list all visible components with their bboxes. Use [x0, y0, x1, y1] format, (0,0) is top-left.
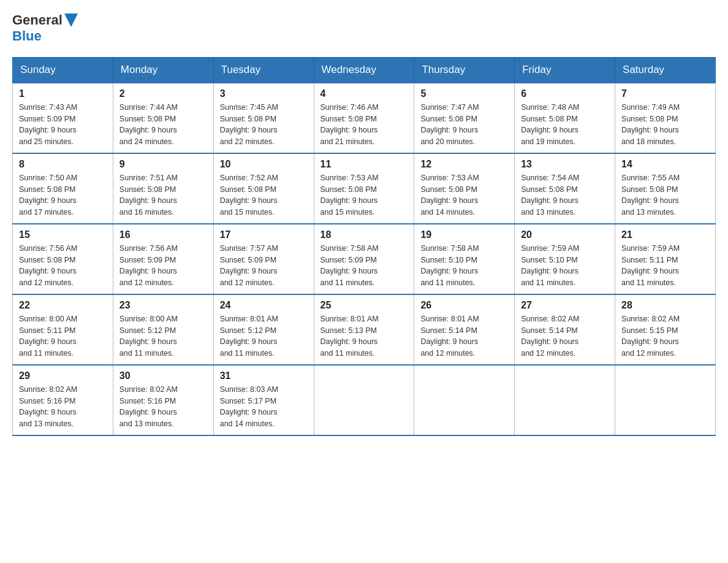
day-info: Sunrise: 8:01 AM Sunset: 5:12 PM Dayligh… [220, 313, 308, 359]
calendar-cell: 21 Sunrise: 7:59 AM Sunset: 5:11 PM Dayl… [615, 224, 716, 294]
calendar-week-row: 15 Sunrise: 7:56 AM Sunset: 5:08 PM Dayl… [13, 224, 716, 294]
calendar-header-row: SundayMondayTuesdayWednesdayThursdayFrid… [13, 57, 716, 83]
day-info: Sunrise: 7:53 AM Sunset: 5:08 PM Dayligh… [420, 172, 508, 218]
calendar-cell: 30 Sunrise: 8:02 AM Sunset: 5:16 PM Dayl… [113, 365, 213, 435]
day-info: Sunrise: 7:57 AM Sunset: 5:09 PM Dayligh… [220, 243, 308, 289]
day-info: Sunrise: 8:02 AM Sunset: 5:15 PM Dayligh… [621, 313, 709, 359]
day-number: 17 [220, 229, 308, 240]
calendar-cell: 23 Sunrise: 8:00 AM Sunset: 5:12 PM Dayl… [113, 294, 213, 365]
calendar-cell: 29 Sunrise: 8:02 AM Sunset: 5:16 PM Dayl… [13, 365, 113, 435]
day-number: 12 [420, 159, 508, 170]
calendar-header-saturday: Saturday [615, 57, 716, 83]
calendar-cell [314, 365, 414, 435]
calendar-header-tuesday: Tuesday [213, 57, 314, 83]
day-info: Sunrise: 7:49 AM Sunset: 5:08 PM Dayligh… [621, 102, 709, 148]
page-header: General Blue [12, 12, 716, 45]
calendar-cell: 15 Sunrise: 7:56 AM Sunset: 5:08 PM Dayl… [13, 224, 113, 294]
day-info: Sunrise: 8:03 AM Sunset: 5:17 PM Dayligh… [220, 384, 308, 430]
calendar-cell: 25 Sunrise: 8:01 AM Sunset: 5:13 PM Dayl… [314, 294, 414, 365]
day-info: Sunrise: 7:47 AM Sunset: 5:08 PM Dayligh… [420, 102, 508, 148]
day-info: Sunrise: 7:50 AM Sunset: 5:08 PM Dayligh… [19, 172, 107, 218]
day-number: 1 [19, 88, 107, 99]
calendar-cell: 5 Sunrise: 7:47 AM Sunset: 5:08 PM Dayli… [414, 83, 515, 153]
day-info: Sunrise: 8:01 AM Sunset: 5:14 PM Dayligh… [420, 313, 508, 359]
calendar-cell: 4 Sunrise: 7:46 AM Sunset: 5:08 PM Dayli… [314, 83, 414, 153]
calendar-cell: 28 Sunrise: 8:02 AM Sunset: 5:15 PM Dayl… [615, 294, 716, 365]
day-info: Sunrise: 8:00 AM Sunset: 5:12 PM Dayligh… [119, 313, 207, 359]
day-number: 15 [19, 229, 107, 240]
day-info: Sunrise: 7:51 AM Sunset: 5:08 PM Dayligh… [119, 172, 207, 218]
calendar-cell: 8 Sunrise: 7:50 AM Sunset: 5:08 PM Dayli… [13, 153, 113, 224]
day-number: 25 [320, 300, 408, 311]
calendar-cell: 2 Sunrise: 7:44 AM Sunset: 5:08 PM Dayli… [113, 83, 213, 153]
day-number: 18 [320, 229, 408, 240]
calendar-cell: 19 Sunrise: 7:58 AM Sunset: 5:10 PM Dayl… [414, 224, 515, 294]
calendar-cell: 11 Sunrise: 7:53 AM Sunset: 5:08 PM Dayl… [314, 153, 414, 224]
calendar-cell: 24 Sunrise: 8:01 AM Sunset: 5:12 PM Dayl… [213, 294, 314, 365]
day-info: Sunrise: 7:59 AM Sunset: 5:11 PM Dayligh… [621, 243, 709, 289]
day-info: Sunrise: 7:58 AM Sunset: 5:09 PM Dayligh… [320, 243, 408, 289]
day-number: 6 [521, 88, 609, 99]
calendar-header-sunday: Sunday [13, 57, 113, 83]
calendar-cell: 12 Sunrise: 7:53 AM Sunset: 5:08 PM Dayl… [414, 153, 515, 224]
calendar-header-monday: Monday [113, 57, 213, 83]
day-number: 22 [19, 300, 107, 311]
calendar-cell: 17 Sunrise: 7:57 AM Sunset: 5:09 PM Dayl… [213, 224, 314, 294]
calendar-week-row: 8 Sunrise: 7:50 AM Sunset: 5:08 PM Dayli… [13, 153, 716, 224]
calendar-cell [414, 365, 515, 435]
calendar-cell: 18 Sunrise: 7:58 AM Sunset: 5:09 PM Dayl… [314, 224, 414, 294]
day-number: 20 [521, 229, 609, 240]
calendar-cell [615, 365, 716, 435]
calendar-header-friday: Friday [515, 57, 615, 83]
day-number: 28 [621, 300, 709, 311]
day-number: 16 [119, 229, 207, 240]
day-number: 9 [119, 159, 207, 170]
logo-text-blue: Blue [12, 28, 42, 44]
day-number: 27 [521, 300, 609, 311]
calendar-cell: 1 Sunrise: 7:43 AM Sunset: 5:09 PM Dayli… [13, 83, 113, 153]
day-number: 8 [19, 159, 107, 170]
calendar-cell: 14 Sunrise: 7:55 AM Sunset: 5:08 PM Dayl… [615, 153, 716, 224]
day-info: Sunrise: 7:45 AM Sunset: 5:08 PM Dayligh… [220, 102, 308, 148]
logo: General Blue [12, 12, 78, 45]
day-info: Sunrise: 7:46 AM Sunset: 5:08 PM Dayligh… [320, 102, 408, 148]
day-number: 19 [420, 229, 508, 240]
day-info: Sunrise: 7:56 AM Sunset: 5:09 PM Dayligh… [119, 243, 207, 289]
day-info: Sunrise: 7:44 AM Sunset: 5:08 PM Dayligh… [119, 102, 207, 148]
day-info: Sunrise: 7:56 AM Sunset: 5:08 PM Dayligh… [19, 243, 107, 289]
calendar-cell: 20 Sunrise: 7:59 AM Sunset: 5:10 PM Dayl… [515, 224, 615, 294]
day-info: Sunrise: 8:01 AM Sunset: 5:13 PM Dayligh… [320, 313, 408, 359]
day-number: 29 [19, 370, 107, 381]
day-number: 4 [320, 88, 408, 99]
day-info: Sunrise: 8:02 AM Sunset: 5:14 PM Dayligh… [521, 313, 609, 359]
day-number: 5 [420, 88, 508, 99]
day-number: 31 [220, 370, 308, 381]
calendar-cell: 26 Sunrise: 8:01 AM Sunset: 5:14 PM Dayl… [414, 294, 515, 365]
calendar-week-row: 22 Sunrise: 8:00 AM Sunset: 5:11 PM Dayl… [13, 294, 716, 365]
day-info: Sunrise: 7:55 AM Sunset: 5:08 PM Dayligh… [621, 172, 709, 218]
calendar-cell: 9 Sunrise: 7:51 AM Sunset: 5:08 PM Dayli… [113, 153, 213, 224]
calendar-cell: 13 Sunrise: 7:54 AM Sunset: 5:08 PM Dayl… [515, 153, 615, 224]
day-info: Sunrise: 8:02 AM Sunset: 5:16 PM Dayligh… [19, 384, 107, 430]
day-number: 10 [220, 159, 308, 170]
day-info: Sunrise: 7:59 AM Sunset: 5:10 PM Dayligh… [521, 243, 609, 289]
calendar-cell: 3 Sunrise: 7:45 AM Sunset: 5:08 PM Dayli… [213, 83, 314, 153]
svg-marker-0 [64, 13, 78, 27]
day-info: Sunrise: 7:58 AM Sunset: 5:10 PM Dayligh… [420, 243, 508, 289]
calendar-week-row: 29 Sunrise: 8:02 AM Sunset: 5:16 PM Dayl… [13, 365, 716, 435]
calendar-header-thursday: Thursday [414, 57, 515, 83]
calendar-cell: 7 Sunrise: 7:49 AM Sunset: 5:08 PM Dayli… [615, 83, 716, 153]
day-info: Sunrise: 7:53 AM Sunset: 5:08 PM Dayligh… [320, 172, 408, 218]
day-number: 26 [420, 300, 508, 311]
day-number: 24 [220, 300, 308, 311]
day-number: 21 [621, 229, 709, 240]
calendar-week-row: 1 Sunrise: 7:43 AM Sunset: 5:09 PM Dayli… [13, 83, 716, 153]
day-number: 30 [119, 370, 207, 381]
day-info: Sunrise: 7:43 AM Sunset: 5:09 PM Dayligh… [19, 102, 107, 148]
calendar-cell: 10 Sunrise: 7:52 AM Sunset: 5:08 PM Dayl… [213, 153, 314, 224]
day-number: 2 [119, 88, 207, 99]
calendar-cell [515, 365, 615, 435]
calendar-cell: 6 Sunrise: 7:48 AM Sunset: 5:08 PM Dayli… [515, 83, 615, 153]
day-info: Sunrise: 7:52 AM Sunset: 5:08 PM Dayligh… [220, 172, 308, 218]
logo-text-general: General [12, 12, 63, 28]
